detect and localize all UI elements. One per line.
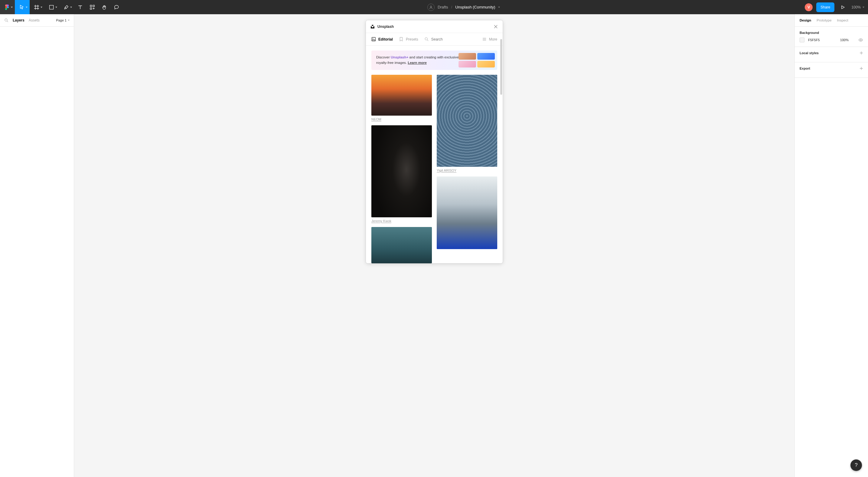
local-styles-title: Local styles: [800, 51, 819, 55]
main-menu-button[interactable]: [0, 0, 15, 14]
frame-tool-button[interactable]: [30, 0, 44, 14]
photo-credit[interactable]: Jeremy Kwok: [371, 219, 391, 223]
photo-item[interactable]: [437, 177, 497, 249]
photo-thumbnail[interactable]: [371, 227, 432, 263]
chevron-down-icon: [70, 7, 72, 8]
present-button[interactable]: [838, 2, 848, 12]
promo-banner[interactable]: Discover Unsplash+ and start creating wi…: [371, 51, 497, 70]
user-avatar[interactable]: V: [805, 3, 813, 11]
canvas[interactable]: Unsplash Editorial: [74, 14, 795, 477]
svg-point-10: [425, 37, 427, 40]
plugin-body: Discover Unsplash+ and start creating wi…: [366, 46, 503, 263]
close-icon[interactable]: [494, 25, 498, 29]
plugin-scrollbar[interactable]: [500, 39, 502, 95]
plugin-search[interactable]: [424, 37, 465, 41]
plugin-titlebar[interactable]: Unsplash: [366, 20, 503, 33]
toolbar-center: Drafts / Unsplash (Community): [123, 0, 805, 14]
resources-button[interactable]: [86, 0, 98, 14]
tab-assets[interactable]: Assets: [29, 18, 40, 22]
photo-thumbnail[interactable]: [371, 125, 432, 217]
photo-item[interactable]: Yigit ARISOY: [437, 75, 497, 172]
chevron-down-icon: [55, 7, 57, 8]
page-selector[interactable]: Page 1: [56, 19, 70, 22]
background-row[interactable]: F5F5F5 100%: [800, 37, 863, 42]
section-title-background: Background: [800, 31, 863, 34]
svg-rect-3: [93, 5, 94, 7]
pen-tool-button[interactable]: [59, 0, 74, 14]
svg-rect-4: [90, 8, 92, 9]
photo-thumbnail[interactable]: [371, 75, 432, 116]
tab-prototype[interactable]: Prototype: [816, 19, 831, 22]
toolbar-left: [0, 0, 123, 14]
photo-item[interactable]: [371, 227, 432, 263]
shape-tool-button[interactable]: [44, 0, 59, 14]
section-background: Background F5F5F5 100%: [795, 27, 868, 47]
move-tool-button[interactable]: [15, 0, 30, 14]
user-icon: [429, 5, 433, 9]
chevron-down-icon: [26, 7, 28, 8]
background-hex[interactable]: F5F5F5: [808, 38, 820, 42]
comment-tool-button[interactable]: [111, 0, 123, 14]
cursor-icon: [19, 4, 25, 10]
right-panel: Design Prototype Inspect Background F5F5…: [795, 14, 868, 477]
plugin-search-input[interactable]: [431, 37, 465, 41]
visibility-icon[interactable]: [858, 37, 863, 42]
plugin-tab-label: Editorial: [378, 37, 393, 41]
workspace: Layers Assets Page 1 Unsplash: [0, 14, 868, 477]
help-button[interactable]: ?: [850, 459, 862, 471]
chevron-down-icon[interactable]: [498, 7, 500, 8]
right-panel-tabs: Design Prototype Inspect: [795, 14, 868, 27]
svg-rect-8: [372, 37, 376, 41]
menu-icon: [482, 37, 487, 41]
svg-point-9: [373, 38, 373, 39]
plus-icon[interactable]: [860, 51, 863, 55]
section-title-export: Export: [800, 67, 863, 70]
plugin-more-button[interactable]: More: [482, 37, 497, 41]
photo-credit[interactable]: NEOM: [371, 118, 381, 121]
photo-item[interactable]: NEOM: [371, 75, 432, 121]
svg-point-5: [430, 6, 432, 7]
breadcrumb-separator: /: [451, 5, 453, 9]
plugin-window-unsplash: Unsplash Editorial: [366, 20, 503, 263]
text-tool-button[interactable]: [74, 0, 86, 14]
promo-link-unsplash-plus[interactable]: Unsplash+: [391, 55, 408, 59]
page-label: Page 1: [56, 19, 67, 22]
plugin-tab-editorial[interactable]: Editorial: [371, 37, 393, 41]
chevron-down-icon: [863, 7, 864, 8]
plus-icon[interactable]: [860, 67, 863, 70]
breadcrumb-drafts[interactable]: Drafts: [438, 5, 448, 9]
bookmark-icon: [399, 37, 403, 41]
photo-thumbnail[interactable]: [437, 177, 497, 249]
background-title: Background: [800, 31, 819, 34]
section-local-styles: Local styles: [795, 47, 868, 62]
background-swatch[interactable]: [800, 37, 804, 42]
promo-lead: Discover: [376, 55, 391, 59]
hand-icon: [102, 4, 107, 10]
team-avatar[interactable]: [427, 4, 435, 11]
toolbar: Drafts / Unsplash (Community) V Share 10…: [0, 0, 868, 14]
photo-credit[interactable]: Yigit ARISOY: [437, 168, 456, 172]
photo-thumbnail[interactable]: [437, 75, 497, 167]
chevron-down-icon: [11, 7, 13, 8]
resources-icon: [90, 4, 95, 10]
export-title: Export: [800, 67, 810, 70]
hand-tool-button[interactable]: [98, 0, 111, 14]
photo-item[interactable]: Jeremy Kwok: [371, 125, 432, 223]
tab-design[interactable]: Design: [800, 19, 811, 22]
tab-inspect[interactable]: Inspect: [837, 19, 848, 22]
plugin-tab-presets[interactable]: Presets: [399, 37, 418, 41]
tab-layers[interactable]: Layers: [13, 18, 25, 22]
image-icon: [371, 37, 376, 41]
left-panel-header: Layers Assets Page 1: [0, 14, 74, 27]
promo-link-learn-more[interactable]: Learn more: [408, 61, 427, 64]
plugin-tabs: Editorial Presets: [366, 33, 503, 46]
background-opacity[interactable]: 100%: [840, 38, 849, 42]
left-panel: Layers Assets Page 1: [0, 14, 74, 477]
comment-icon: [114, 4, 119, 10]
section-export: Export: [795, 62, 868, 78]
zoom-control[interactable]: 100%: [851, 5, 864, 9]
plugin-title: Unsplash: [377, 25, 394, 29]
share-button[interactable]: Share: [816, 2, 834, 12]
search-icon[interactable]: [4, 18, 8, 22]
file-name[interactable]: Unsplash (Community): [455, 5, 495, 9]
